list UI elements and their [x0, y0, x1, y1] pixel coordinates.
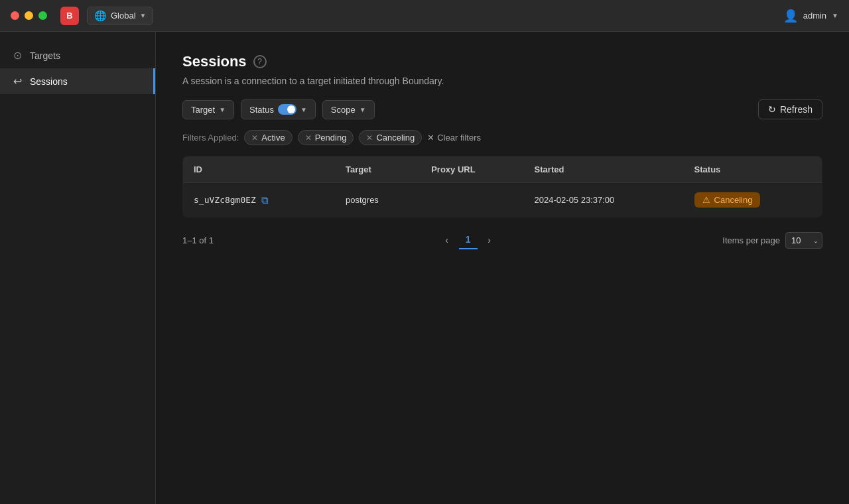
toolbar: Target ▼ Status ▼ Scope ▼ ↻ Refresh	[182, 99, 822, 119]
content-area: Sessions ? A session is a connection to …	[156, 32, 849, 504]
col-started: Started	[524, 157, 684, 183]
copy-icon[interactable]: ⧉	[261, 194, 269, 206]
scope-chevron-icon: ▼	[359, 106, 366, 113]
target-filter-label: Target	[191, 105, 215, 115]
table-body: s_uVZc8gm0EZ ⧉ postgres 2024-02-05 23:37…	[183, 183, 822, 218]
cell-status: ⚠ Canceling	[684, 183, 822, 218]
page-header: Sessions ? A session is a connection to …	[182, 53, 822, 86]
session-id-text: s_uVZc8gm0EZ	[194, 195, 256, 205]
prev-page-button[interactable]: ‹	[438, 231, 456, 249]
items-per-page-select[interactable]: 10 25 50 100	[785, 232, 822, 249]
next-page-button[interactable]: ›	[480, 231, 499, 249]
remove-pending-icon[interactable]: ✕	[305, 133, 312, 143]
cell-target: postgres	[335, 183, 421, 218]
status-badge-label: Canceling	[714, 195, 753, 205]
minimize-button[interactable]	[25, 11, 33, 20]
sidebar-item-targets[interactable]: ⊙ Targets	[0, 42, 155, 68]
col-status: Status	[684, 157, 822, 183]
sidebar-item-targets-label: Targets	[30, 50, 60, 61]
user-label: admin	[803, 11, 826, 21]
warning-icon: ⚠	[702, 195, 710, 205]
maximize-button[interactable]	[38, 11, 47, 20]
clear-filters-label: Clear filters	[437, 133, 481, 143]
filter-chip-canceling-label: Canceling	[376, 133, 415, 143]
clear-filters-x-icon: ✕	[427, 133, 434, 143]
remove-canceling-icon[interactable]: ✕	[366, 133, 373, 143]
pagination: 1–1 of 1 ‹ 1 › Items per page 10 25 50 1…	[182, 231, 822, 249]
target-filter-button[interactable]: Target ▼	[182, 100, 234, 119]
refresh-label: Refresh	[780, 104, 813, 115]
remove-active-icon[interactable]: ✕	[251, 133, 258, 143]
sidebar-item-sessions[interactable]: ↩ Sessions	[0, 68, 155, 94]
targets-icon: ⊙	[13, 49, 22, 62]
close-button[interactable]	[11, 11, 19, 20]
sessions-table: ID Target Proxy URL Started Status s_uVZ…	[182, 156, 822, 218]
status-chevron-icon: ▼	[300, 106, 307, 113]
refresh-button[interactable]: ↻ Refresh	[758, 99, 822, 119]
sessions-icon: ↩	[13, 75, 22, 88]
status-toggle[interactable]	[278, 104, 296, 115]
filter-chip-pending-label: Pending	[315, 133, 347, 143]
pagination-info: 1–1 of 1	[182, 235, 214, 245]
status-filter-button[interactable]: Status ▼	[241, 99, 316, 119]
refresh-icon: ↻	[768, 104, 776, 115]
status-badge: ⚠ Canceling	[694, 192, 761, 208]
titlebar: B 🌐 Global ▼ 👤 admin ▼	[0, 0, 849, 32]
filters-applied-label: Filters Applied:	[182, 133, 239, 143]
app-logo: B	[60, 7, 79, 25]
page-title-row: Sessions ?	[182, 53, 822, 70]
globe-icon: 🌐	[94, 10, 107, 22]
page-description: A session is a connection to a target in…	[182, 76, 822, 86]
filter-chip-active: ✕ Active	[244, 130, 292, 145]
pagination-controls: ‹ 1 ›	[214, 231, 722, 249]
user-chevron-icon: ▼	[832, 12, 838, 19]
sidebar-item-sessions-label: Sessions	[30, 76, 68, 87]
col-target: Target	[335, 157, 421, 183]
help-icon[interactable]: ?	[253, 55, 267, 68]
table-header-row: ID Target Proxy URL Started Status	[183, 157, 822, 183]
traffic-lights	[11, 11, 47, 20]
col-proxy-url: Proxy URL	[421, 157, 523, 183]
filter-chip-canceling: ✕ Canceling	[359, 130, 422, 145]
page-title: Sessions	[182, 53, 247, 70]
filter-chip-active-label: Active	[261, 133, 285, 143]
global-selector[interactable]: 🌐 Global ▼	[87, 7, 153, 25]
col-id: ID	[183, 157, 336, 183]
session-id-cell: s_uVZc8gm0EZ ⧉	[194, 194, 324, 206]
main-layout: ⊙ Targets ↩ Sessions Sessions ? A sessio…	[0, 32, 849, 504]
global-label: Global	[111, 11, 136, 21]
scope-filter-button[interactable]: Scope ▼	[322, 100, 375, 119]
sidebar: ⊙ Targets ↩ Sessions	[0, 32, 156, 504]
table-header: ID Target Proxy URL Started Status	[183, 157, 822, 183]
user-menu[interactable]: 👤 admin ▼	[783, 9, 838, 23]
filters-row: Filters Applied: ✕ Active ✕ Pending ✕ Ca…	[182, 130, 822, 145]
page-1-button[interactable]: 1	[459, 231, 478, 249]
items-per-page: Items per page 10 25 50 100	[722, 232, 822, 249]
table-row: s_uVZc8gm0EZ ⧉ postgres 2024-02-05 23:37…	[183, 183, 822, 218]
target-chevron-icon: ▼	[219, 106, 226, 113]
cell-proxy-url	[421, 183, 523, 218]
filter-chip-pending: ✕ Pending	[298, 130, 354, 145]
cell-started: 2024-02-05 23:37:00	[524, 183, 684, 218]
items-per-page-wrapper: 10 25 50 100	[785, 232, 822, 249]
scope-filter-label: Scope	[331, 105, 356, 115]
items-per-page-label: Items per page	[722, 235, 780, 245]
clear-filters-button[interactable]: ✕ Clear filters	[427, 133, 481, 143]
user-icon: 👤	[783, 9, 798, 23]
chevron-down-icon: ▼	[140, 12, 147, 19]
cell-id: s_uVZc8gm0EZ ⧉	[183, 183, 336, 218]
status-filter-label: Status	[249, 105, 274, 115]
